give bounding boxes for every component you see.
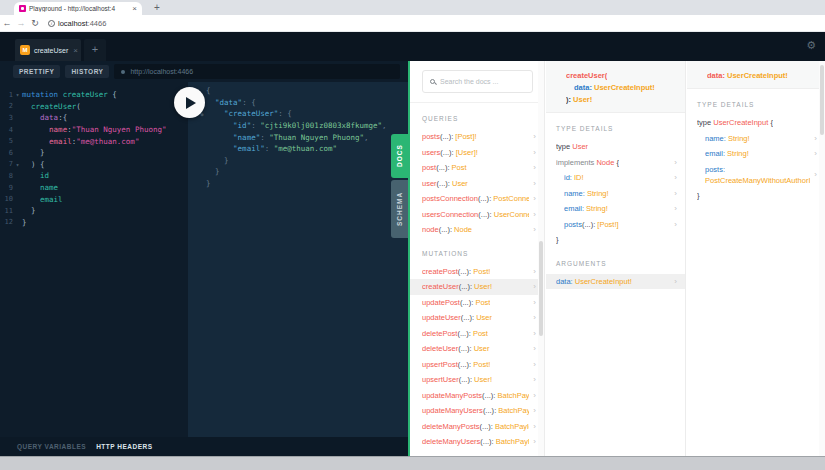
chevron-right-icon: › <box>670 277 677 286</box>
code-text: id <box>22 171 49 180</box>
editor-topbar: PRETTIFY HISTORY http://localhost:4466 <box>0 61 408 82</box>
doc-row[interactable]: data: UserCreateInput! <box>697 69 815 81</box>
tab-close-icon[interactable]: × <box>132 5 137 13</box>
doc-row[interactable]: user(...): User› <box>410 176 544 192</box>
chevron-right-icon: › <box>529 210 536 219</box>
doc-row[interactable]: type UserCreateInput { <box>687 115 825 131</box>
detail-scrollbar[interactable] <box>819 61 825 456</box>
history-button[interactable]: HISTORY <box>65 65 109 78</box>
doc-row[interactable]: ): User! <box>556 93 675 105</box>
code-line: } <box>198 166 408 178</box>
code-line: 9 name <box>0 182 188 194</box>
doc-row[interactable]: posts(...): [Post!]› <box>546 217 685 233</box>
line-number: 9 <box>0 184 13 192</box>
new-session-button[interactable]: + <box>84 39 106 61</box>
session-tab-bar: M createUser × + ⚙ <box>0 32 825 61</box>
prettify-button[interactable]: PRETTIFY <box>13 65 60 78</box>
doc-row[interactable]: } <box>687 188 825 204</box>
doc-row[interactable]: node(...): Node› <box>410 222 544 238</box>
doc-row[interactable]: email: String!› <box>546 201 685 217</box>
new-tab-button[interactable]: + <box>150 1 164 14</box>
doc-row[interactable]: postsConnection(...): PostConnection!› <box>410 191 544 207</box>
site-info-icon[interactable]: i <box>48 20 55 27</box>
doc-row[interactable]: createPost(...): Post!› <box>410 264 544 280</box>
mutation-badge: M <box>20 45 30 55</box>
back-icon[interactable]: ← <box>0 18 14 28</box>
doc-row[interactable]: posts:PostCreateManyWithoutAuthorInput› <box>687 162 825 188</box>
field-signature-header: createUser(data: UserCreateInput!): User… <box>546 61 685 113</box>
doc-row-text: ): User! <box>566 95 592 104</box>
doc-row[interactable]: updateManyPosts(...): BatchPayload!› <box>410 388 544 404</box>
doc-row-text: deleteManyPosts(...): BatchPayload! <box>422 422 529 431</box>
http-headers-tab[interactable]: HTTP HEADERS <box>96 443 152 450</box>
query-editor[interactable]: 1▾mutation createUser {2 createUser(3 da… <box>0 82 188 437</box>
doc-row[interactable]: createUser( <box>556 69 675 81</box>
browser-tab[interactable]: Playground - http://localhost:4 × <box>14 2 142 15</box>
doc-row[interactable]: name: String!› <box>687 131 825 147</box>
session-tab-createuser[interactable]: M createUser × <box>15 39 81 61</box>
code-line: ● "createUser": { <box>198 108 408 120</box>
doc-row[interactable]: updatePost(...): Post› <box>410 295 544 311</box>
type-details-list: type Userimplements Node {›id: ID!›name:… <box>546 139 685 248</box>
code-line: 4 name:"Thuan Nguyen Phuong" <box>0 124 188 136</box>
browser-tab-strip: Playground - http://localhost:4 × + <box>0 0 825 15</box>
arguments-list: data: UserCreateInput!› <box>546 274 685 290</box>
code-text: "id": "cjti9k0lj001z0803x8fkumge", <box>206 121 387 130</box>
doc-row[interactable]: createUser(...): User!› <box>410 279 544 295</box>
response-viewer[interactable]: {● "data": {● "createUser": { "id": "cjt… <box>188 82 408 437</box>
doc-row[interactable]: posts(...): [Post]!› <box>410 129 544 145</box>
doc-row-text: upsertUser(...): User! <box>422 375 492 384</box>
doc-row[interactable]: email: String!› <box>687 146 825 162</box>
doc-row-text: } <box>556 235 559 244</box>
endpoint-input[interactable]: http://localhost:4466 <box>114 64 400 79</box>
chevron-right-icon: › <box>529 344 536 353</box>
doc-row[interactable]: type User <box>546 139 685 155</box>
doc-row[interactable]: data: UserCreateInput!› <box>546 274 685 290</box>
doc-row[interactable]: upsertPost(...): Post!› <box>410 357 544 373</box>
queries-list: posts(...): [Post]!›users(...): [User]!›… <box>410 129 544 238</box>
execute-play-button[interactable] <box>174 87 205 118</box>
address-bar[interactable]: i localhost:4466 <box>48 19 106 28</box>
doc-row[interactable]: deleteUser(...): User› <box>410 341 544 357</box>
doc-row[interactable]: deletePost(...): Post› <box>410 326 544 342</box>
code-line: ● "data": { <box>198 97 408 109</box>
doc-row[interactable]: usersConnection(...): UserConnection!› <box>410 207 544 223</box>
code-text: } <box>22 218 27 227</box>
doc-row[interactable]: upsertUser(...): User!› <box>410 372 544 388</box>
doc-row[interactable]: updateManyUsers(...): BatchPayload!› <box>410 403 544 419</box>
docs-list-scrollbar[interactable] <box>538 61 544 456</box>
fold-arrow-icon[interactable]: ▾ <box>13 161 22 168</box>
chevron-right-icon: › <box>670 204 677 213</box>
doc-row[interactable]: deleteManyPosts(...): BatchPayload!› <box>410 419 544 435</box>
doc-row-text: createUser( <box>566 71 607 80</box>
doc-row[interactable]: } <box>546 232 685 248</box>
docs-search-box[interactable] <box>422 70 533 93</box>
code-text: data:{ <box>22 113 67 122</box>
doc-row-text: email: String! <box>564 204 608 213</box>
code-text: mutation createUser { <box>22 90 117 99</box>
doc-row[interactable]: implements Node {› <box>546 155 685 171</box>
reload-icon[interactable]: ↻ <box>28 18 42 28</box>
doc-row[interactable]: name: String!› <box>546 186 685 202</box>
doc-row[interactable]: users(...): [User]!› <box>410 145 544 161</box>
settings-gear-icon[interactable]: ⚙ <box>806 40 816 51</box>
doc-row[interactable]: data: UserCreateInput! <box>556 81 675 93</box>
doc-row[interactable]: deleteManyUsers(...): BatchPayload!› <box>410 434 544 450</box>
forward-icon[interactable]: → <box>14 18 28 28</box>
doc-row-text: deleteManyUsers(...): BatchPayload! <box>422 437 529 446</box>
input-type-details-header: TYPE DETAILS <box>687 89 825 115</box>
docs-search-input[interactable] <box>440 78 525 85</box>
schema-side-tab[interactable]: SCHEMA <box>391 180 408 238</box>
playground-favicon-icon <box>19 5 26 12</box>
query-variables-tab[interactable]: QUERY VARIABLES <box>17 443 86 450</box>
doc-row-text: data: UserCreateInput! <box>556 277 632 286</box>
code-line: } <box>198 178 408 190</box>
doc-row[interactable]: id: ID!› <box>546 170 685 186</box>
line-number: 1 <box>0 91 13 99</box>
doc-row[interactable]: updateUser(...): User› <box>410 310 544 326</box>
session-tab-close-icon[interactable]: × <box>73 46 78 55</box>
doc-row[interactable]: post(...): Post› <box>410 160 544 176</box>
docs-side-tab[interactable]: DOCS <box>391 134 408 178</box>
fold-arrow-icon[interactable]: ▾ <box>13 91 22 98</box>
window-bottom-scrollbar[interactable] <box>0 456 825 470</box>
